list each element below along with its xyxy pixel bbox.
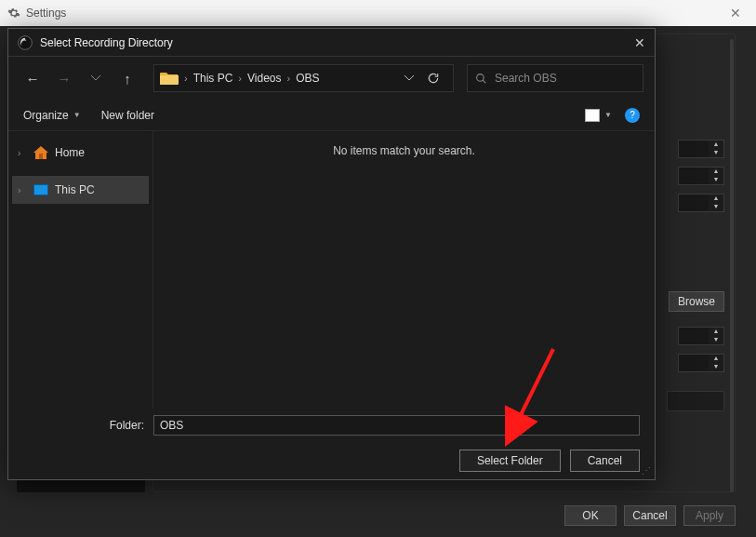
view-icon <box>585 109 600 122</box>
folder-icon <box>160 71 179 86</box>
panel-scrollbar[interactable] <box>730 39 734 492</box>
tree-item-label: Home <box>55 146 85 159</box>
search-placeholder: Search OBS <box>495 72 557 85</box>
chevron-right-icon[interactable]: › <box>18 185 27 195</box>
resize-grip-icon[interactable]: ⋰ <box>642 465 651 476</box>
settings-titlebar: Settings ✕ <box>0 0 756 26</box>
cancel-button[interactable]: Cancel <box>624 505 676 526</box>
numeric-stepper[interactable]: ▲▼ <box>678 140 724 158</box>
breadcrumb-item[interactable]: This PC <box>193 72 233 85</box>
file-list: No items match your search. <box>153 131 655 409</box>
obs-icon <box>18 35 33 50</box>
numeric-stepper[interactable]: ▲▼ <box>678 354 724 372</box>
settings-close-icon[interactable]: ✕ <box>723 6 749 20</box>
nav-tree: › Home › This PC <box>8 131 153 409</box>
chevron-right-icon[interactable]: › <box>238 73 242 84</box>
folder-name-input[interactable] <box>153 415 640 436</box>
tree-item-label: This PC <box>55 183 95 196</box>
settings-title: Settings <box>26 7 66 20</box>
apply-button: Apply <box>683 505 736 526</box>
svg-point-1 <box>477 74 484 81</box>
nav-up-icon[interactable]: ↑ <box>114 65 140 91</box>
refresh-icon[interactable] <box>427 72 440 85</box>
breadcrumb-item[interactable]: Videos <box>247 72 281 85</box>
dialog-title: Select Recording Directory <box>40 36 173 49</box>
dropdown-triangle-icon: ▼ <box>604 111 612 119</box>
dialog-titlebar: Select Recording Directory ✕ <box>8 29 655 57</box>
address-bar[interactable]: › This PC › Videos › OBS <box>153 64 454 92</box>
select-folder-button[interactable]: Select Folder <box>459 450 561 472</box>
chevron-right-icon[interactable]: › <box>18 148 27 158</box>
chevron-right-icon[interactable]: › <box>287 73 291 84</box>
empty-message: No items match your search. <box>333 144 475 157</box>
nav-back-icon[interactable]: ← <box>20 65 46 91</box>
monitor-icon <box>33 184 48 195</box>
numeric-stepper[interactable]: ▲▼ <box>678 194 724 212</box>
svg-rect-3 <box>39 154 43 159</box>
browse-button[interactable]: Browse <box>669 291 724 312</box>
dialog-close-icon[interactable]: ✕ <box>634 35 645 50</box>
numeric-stepper[interactable]: ▲▼ <box>678 327 724 345</box>
chevron-right-icon[interactable]: › <box>184 73 188 84</box>
ok-button[interactable]: OK <box>564 505 617 526</box>
numeric-stepper[interactable]: ▲▼ <box>678 167 724 185</box>
home-icon <box>33 146 48 159</box>
folder-label: Folder: <box>23 419 144 432</box>
file-dialog: Select Recording Directory ✕ ← → ↑ › Thi… <box>7 28 656 480</box>
dialog-cancel-button[interactable]: Cancel <box>570 450 640 472</box>
tree-item-home[interactable]: › Home <box>12 139 149 167</box>
nav-recent-icon[interactable] <box>83 65 109 91</box>
tree-item-this-pc[interactable]: › This PC <box>12 176 149 204</box>
search-input[interactable]: Search OBS <box>467 64 643 92</box>
action-button[interactable] <box>667 391 724 411</box>
nav-forward-icon: → <box>51 65 77 91</box>
new-folder-button[interactable]: New folder <box>101 109 154 122</box>
svg-line-2 <box>483 80 485 83</box>
dropdown-triangle-icon: ▼ <box>73 111 81 119</box>
view-menu[interactable]: ▼ <box>585 109 612 122</box>
breadcrumb-item[interactable]: OBS <box>296 72 319 85</box>
gear-icon <box>7 7 20 20</box>
chevron-down-icon[interactable] <box>405 75 414 81</box>
help-icon[interactable]: ? <box>625 108 640 123</box>
organize-menu[interactable]: Organize ▼ <box>23 109 81 122</box>
search-icon <box>475 73 487 85</box>
